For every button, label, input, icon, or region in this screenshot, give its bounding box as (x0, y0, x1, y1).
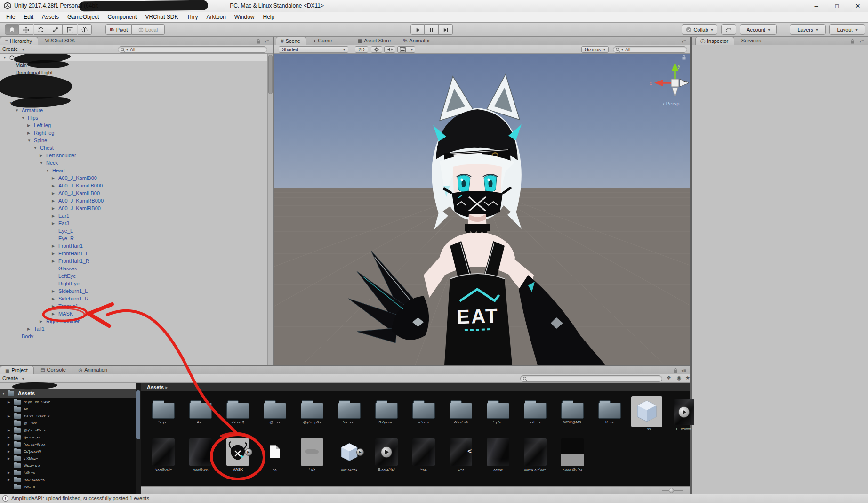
hierarchy-item-fronthair1[interactable]: ▶FrontHair1 (0, 242, 273, 250)
project-folder-item[interactable]: ▶s'<.xx~ S'4xz~x (0, 413, 136, 420)
layers-dropdown[interactable]: Layers▾ (790, 24, 826, 35)
asset-texture[interactable]: 'vxx@.y.]~ (147, 438, 180, 471)
menu-gameobject[interactable]: GameObject (63, 12, 103, 22)
search-by-type-icon[interactable]: ❖ (667, 375, 671, 381)
disclosure-collapsed-icon[interactable]: ▶ (52, 214, 55, 218)
project-search-input[interactable] (520, 375, 662, 382)
menu-vrchat-sdk[interactable]: VRChat SDK (141, 12, 182, 22)
asset-texture[interactable]: '~xs. (407, 438, 440, 471)
shading-mode-dropdown[interactable]: Shaded▾ (279, 46, 348, 53)
asset-folder[interactable]: *.y 'x~ (482, 397, 514, 431)
asset-texture_flat[interactable]: * s'x (296, 438, 329, 471)
expand-badge-icon[interactable]: ▶ (356, 448, 364, 456)
disclosure-collapsed-icon[interactable]: ▶ (52, 252, 55, 256)
asset-folder[interactable]: 'xx. xx~ (333, 397, 366, 431)
disclosure-collapsed-icon[interactable]: ▶ (8, 398, 10, 406)
pause-button[interactable] (425, 24, 439, 35)
asset-folder[interactable]: @.~vx (258, 397, 291, 431)
hierarchy-item-head[interactable]: ▼Head (0, 167, 273, 174)
menu-assets[interactable]: Assets (38, 12, 63, 22)
project-folder-item[interactable]: ▶Cs'}xzxvW (0, 448, 136, 455)
menu-edit[interactable]: Edit (19, 12, 38, 22)
disclosure-collapsed-icon[interactable]: ▶ (27, 131, 30, 135)
search-by-label-icon[interactable]: ◉ (677, 375, 682, 381)
disclosure-collapsed-icon[interactable]: ▶ (52, 199, 55, 203)
menu-window[interactable]: Window (230, 12, 259, 22)
lock-icon[interactable] (673, 368, 678, 373)
hierarchy-item-sideburn1_r[interactable]: ▶Sideburn1_R (0, 295, 273, 302)
asset-cube[interactable]: E..xx (630, 397, 663, 431)
account-dropdown[interactable]: Account▾ (740, 24, 777, 35)
rect-tool-button[interactable] (63, 24, 77, 35)
2d-toggle-button[interactable]: 2D (355, 46, 368, 53)
disclosure-collapsed-icon[interactable]: ▶ (52, 244, 55, 248)
info-status-icon[interactable]: ! (2, 495, 8, 502)
disclosure-collapsed-icon[interactable]: ▶ (8, 413, 10, 420)
tab-asset-store[interactable]: ▦Asset Store (353, 37, 396, 45)
tab-scene[interactable]: #Scene (276, 37, 306, 45)
lock-icon[interactable] (850, 39, 855, 44)
cloud-button[interactable] (721, 24, 736, 35)
menu-arktoon[interactable]: Arktoon (202, 12, 230, 22)
lighting-toggle-button[interactable] (371, 46, 382, 53)
hierarchy-item-a00_j_kamilb000[interactable]: ▶A00_J_KamiLB000 (0, 182, 273, 189)
project-folder-item[interactable]: Ws.z~ s x (0, 462, 136, 469)
asset-folder[interactable]: @y's~ p&x (296, 397, 329, 431)
disclosure-collapsed-icon[interactable]: ▶ (27, 327, 30, 331)
asset-folder[interactable]: WSK@M& (556, 397, 589, 431)
disclosure-expanded-icon[interactable]: ▼ (3, 56, 7, 60)
disclosure-collapsed-icon[interactable]: ▶ (8, 427, 10, 434)
project-folder-item[interactable]: ▶''xx. xs~W xx (0, 441, 136, 448)
hierarchy-item-hips[interactable]: ▼Hips (0, 114, 273, 122)
asset-folder[interactable]: Ax ~ (184, 397, 217, 431)
tab-inspector[interactable]: ⓘInspector (695, 37, 734, 45)
step-button[interactable] (439, 24, 453, 35)
panel-menu-icon[interactable]: ▾≡ (264, 39, 269, 44)
asset-texture2[interactable]: xxww (482, 438, 514, 471)
disclosure-collapsed-icon[interactable]: ▶ (52, 297, 55, 301)
hierarchy-item-tail1[interactable]: ▶Tail1 (0, 325, 273, 333)
play-button[interactable] (410, 24, 425, 35)
lock-icon[interactable] (256, 39, 261, 44)
asset-folder[interactable]: Ws.x' s& (444, 397, 477, 431)
disclosure-collapsed-icon[interactable]: ▶ (8, 476, 10, 483)
hierarchy-item-eye_l[interactable]: Eye_L (0, 227, 273, 235)
maximize-button[interactable]: □ (827, 0, 847, 12)
disclosure-collapsed-icon[interactable]: ▶ (52, 289, 55, 293)
asset-video[interactable]: S.xxss'4s* (370, 438, 403, 471)
asset-media[interactable]: E..x*vxxx (667, 397, 700, 431)
hierarchy-item-left-shoulder[interactable]: ▶Left shoulder (0, 152, 273, 159)
asset-texture2[interactable]: 'vxx@.yy, (184, 438, 217, 471)
close-button[interactable]: ✕ (847, 0, 868, 12)
disclosure-collapsed-icon[interactable]: ▶ (52, 191, 55, 195)
search-by-favorite-icon[interactable]: ★ (685, 375, 690, 381)
disclosure-expanded-icon[interactable]: ▼ (46, 169, 49, 173)
project-folder-item[interactable]: ▶*xx.*'xzxx ~x (0, 476, 136, 483)
hierarchy-item-right-shoulder[interactable]: ▶Right shoulder (0, 317, 273, 325)
gizmos-dropdown[interactable]: Gizmos▾ (581, 46, 609, 53)
hierarchy-item-left-leg[interactable]: ▶Left leg (0, 122, 273, 129)
project-folder-item[interactable]: ▶*.@ ~x (0, 469, 136, 476)
tab-game[interactable]: ◖Game (308, 37, 338, 45)
pivot-toggle-button[interactable]: Pivot (105, 24, 132, 35)
breadcrumb[interactable]: Assets ▸ (141, 383, 690, 391)
disclosure-collapsed-icon[interactable]: ▶ (52, 259, 55, 263)
local-toggle-button[interactable]: Local (132, 24, 165, 35)
create-dropdown[interactable]: Create ▾ (2, 46, 24, 52)
tab-animator[interactable]: %Animator (398, 37, 435, 45)
project-folder-item[interactable]: ▶s XMxz~ (0, 455, 136, 462)
disclosure-expanded-icon[interactable]: ▼ (27, 138, 31, 143)
asset-cube_small[interactable]: ▶xxy xz~xy (333, 438, 366, 471)
asset-texture_arrow[interactable]: s.~x (444, 438, 477, 471)
disclosure-collapsed-icon[interactable]: ▶ (52, 206, 55, 211)
disclosure-collapsed-icon[interactable]: ▶ (52, 221, 55, 226)
hierarchy-item-mask[interactable]: ▶MASK (0, 310, 273, 317)
asset-file[interactable]: ~x; (258, 438, 291, 471)
tab-hierarchy[interactable]: ≡Hierarchy (0, 37, 38, 45)
project-folder-item[interactable]: Ax ~ (0, 406, 136, 413)
panel-menu-icon[interactable]: ▾≡ (681, 368, 686, 373)
disclosure-collapsed-icon[interactable]: ▶ (8, 469, 10, 476)
panel-menu-icon[interactable]: ▾≡ (859, 39, 864, 44)
hierarchy-item-ear1[interactable]: ▶Ear1 (0, 212, 273, 219)
panel-menu-icon[interactable]: ▾≡ (681, 39, 686, 44)
